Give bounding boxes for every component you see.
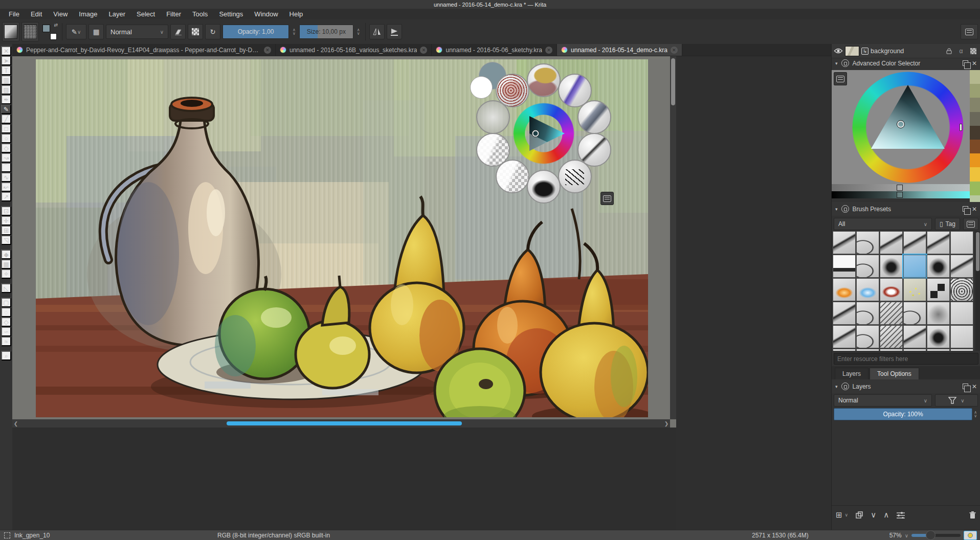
color-history-swatch[interactable]	[970, 140, 980, 153]
brush-preset-cell[interactable]	[880, 302, 903, 325]
brush-preset-cell[interactable]	[880, 325, 903, 348]
tag-button[interactable]: ▯ Tag	[935, 218, 960, 230]
tab-close-icon[interactable]: ✕	[420, 47, 427, 54]
brush-preset-cell[interactable]	[856, 278, 879, 301]
workspace-chooser-button[interactable]	[961, 24, 978, 39]
brush-preset-cell[interactable]	[856, 255, 879, 278]
toolbox-tool[interactable]: ◇	[1, 317, 11, 327]
move-layer-up-button[interactable]: ∧	[883, 510, 889, 520]
tab-close-icon[interactable]: ✕	[264, 47, 271, 54]
toolbox-tool[interactable]: ◺	[1, 283, 11, 293]
toolbox-tool[interactable]: ▥	[1, 75, 11, 85]
menu-item[interactable]: Edit	[25, 10, 48, 18]
collapse-icon[interactable]: ▾	[835, 207, 838, 212]
menu-item[interactable]: Window	[249, 10, 283, 18]
float-docker-icon[interactable]	[963, 60, 968, 66]
move-layer-down-button[interactable]: ∨	[871, 510, 876, 520]
brush-preset-cell[interactable]	[833, 255, 856, 278]
alpha-lock-icon[interactable]: α	[956, 46, 966, 56]
palette-brush-preset[interactable]	[527, 170, 561, 204]
opacity-slider[interactable]: Opacity: 1,00	[222, 25, 289, 39]
layer-filter-button[interactable]: ∨	[935, 394, 978, 407]
toolbox-tool[interactable]: □	[1, 124, 11, 133]
brush-preset-cell[interactable]	[903, 325, 926, 348]
float-docker-icon[interactable]	[963, 206, 968, 212]
brush-preset-cell[interactable]	[927, 278, 950, 301]
brush-preset-cell[interactable]	[927, 302, 950, 325]
toolbox-tool[interactable]: ▨	[1, 85, 11, 95]
brush-preset-cell[interactable]	[833, 231, 856, 254]
menu-item[interactable]: Tools	[187, 10, 213, 18]
size-slider[interactable]: Size: 10,00 px	[299, 25, 353, 39]
brush-preset-cell[interactable]	[950, 325, 973, 348]
lock-icon[interactable]	[841, 382, 849, 390]
brush-preset-cell[interactable]	[927, 255, 950, 278]
toolbox-tool[interactable]: ✕	[1, 46, 11, 56]
hscroll-track[interactable]	[19, 421, 663, 426]
brush-preset-cell[interactable]	[903, 231, 926, 254]
canvas-view[interactable]: ❮ ❯	[12, 56, 676, 428]
toolbox-tool[interactable]: ➤	[1, 56, 11, 65]
zoom-value[interactable]: 57%	[889, 532, 902, 539]
tab-close-icon[interactable]: ✕	[545, 47, 552, 54]
toolbox-tool[interactable]: ↗	[1, 192, 11, 201]
toolbox-tool[interactable]: ▦	[1, 259, 11, 269]
tab-close-icon[interactable]: ✕	[671, 47, 678, 54]
color-history-swatch[interactable]	[970, 167, 980, 181]
toolbox-tool[interactable]: ↝	[1, 153, 11, 163]
scroll-right-icon[interactable]: ❯	[663, 421, 670, 426]
layer-opacity-spinner[interactable]: ∧∨	[972, 408, 978, 420]
brush-preset-cell[interactable]	[880, 255, 903, 278]
toolbox-tool[interactable]: ╱	[1, 114, 11, 124]
gradient-chooser-button[interactable]	[2, 22, 19, 41]
color-wheel-area[interactable]	[832, 70, 970, 184]
menu-item[interactable]: File	[3, 10, 25, 18]
float-docker-icon[interactable]	[963, 384, 968, 389]
zoom-slider[interactable]	[911, 534, 961, 537]
brush-preset-cell[interactable]	[927, 325, 950, 348]
wrap-around-mode-button[interactable]	[387, 24, 402, 39]
presets-scrollbar[interactable]	[975, 231, 980, 351]
color-history-swatch[interactable]	[970, 98, 980, 111]
zoom-dropdown-icon[interactable]: ∨	[905, 533, 908, 538]
close-docker-icon[interactable]: ✕	[972, 60, 977, 67]
brush-preset-cell[interactable]	[950, 349, 973, 351]
collapse-icon[interactable]: ▾	[835, 61, 838, 66]
horizontal-scrollbar[interactable]: ❮ ❯	[12, 419, 670, 428]
brush-preset-cell[interactable]	[856, 231, 879, 254]
toolbox-tool[interactable]: T	[1, 65, 11, 75]
bottom-docker-tab[interactable]: Tool Options	[870, 368, 919, 379]
menu-item[interactable]: Layer	[103, 10, 131, 18]
hscroll-thumb[interactable]	[227, 421, 462, 425]
document-tab[interactable]: unnamed - 2016-05-06_sketchy.kra ✕	[432, 44, 557, 56]
layer-row[interactable]: ↳ background α	[832, 44, 980, 58]
layer-opacity-slider[interactable]: Opacity: 100%	[834, 408, 972, 420]
toolbox-tool[interactable]: ∿	[1, 172, 11, 182]
tag-filter-select[interactable]: All ∨	[834, 218, 932, 230]
eraser-mode-button[interactable]	[170, 24, 186, 39]
toolbox-tool[interactable]: ✛	[1, 216, 11, 226]
toolbox-tool[interactable]: ≈	[1, 336, 11, 346]
resource-filter-input[interactable]	[834, 353, 978, 365]
color-history-swatch[interactable]	[970, 126, 980, 140]
mirror-horizontal-button[interactable]	[369, 24, 385, 39]
brush-preset-cell[interactable]	[880, 278, 903, 301]
menu-item[interactable]: Select	[131, 10, 161, 18]
toolbox-tool[interactable]: ◇	[1, 143, 11, 153]
slider-handle[interactable]	[897, 185, 903, 191]
layer-name[interactable]: background	[871, 48, 942, 55]
saturation-slider[interactable]	[832, 191, 970, 198]
brush-preset-cell[interactable]	[856, 302, 879, 325]
toolbox-tool[interactable]: ∽	[1, 327, 11, 336]
document-tab[interactable]: Pepper-and-Carrot_by-David-Revoy_E14P04_…	[12, 44, 276, 56]
reload-preset-button[interactable]: ↻	[205, 24, 220, 39]
duplicate-layer-button[interactable]	[855, 511, 863, 519]
palette-settings-button[interactable]	[600, 192, 614, 205]
popup-palette[interactable]	[470, 58, 620, 208]
brush-presets-popup-button[interactable]: ▦	[88, 24, 104, 39]
toolbox-tool[interactable]: ✧	[1, 269, 11, 279]
document-tab[interactable]: unnamed - 2016-05-14_demo-c.kra ✕	[557, 44, 682, 56]
presets-scroll-thumb[interactable]	[976, 232, 979, 271]
close-docker-icon[interactable]: ✕	[972, 383, 977, 390]
color-triangle[interactable]	[832, 70, 970, 184]
